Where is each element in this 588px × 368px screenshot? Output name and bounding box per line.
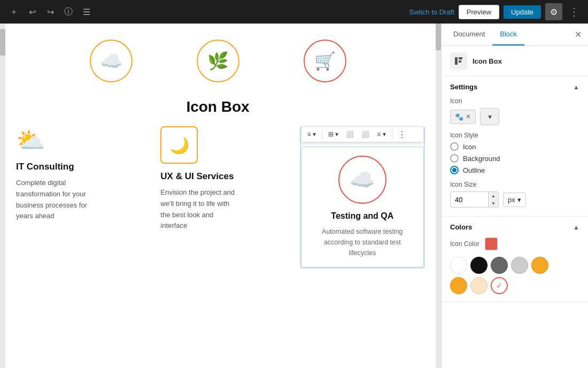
svg-rect-2 (459, 60, 461, 63)
icon-chip[interactable]: 🐾 ✕ (450, 110, 476, 124)
color-gray[interactable] (491, 257, 508, 274)
color-yellow[interactable] (531, 257, 548, 274)
colors-section-title: Colors (450, 223, 472, 231)
icon-leaf-circle[interactable]: 🌿 (197, 40, 239, 82)
size-input-wrap: ▲ ▼ (450, 191, 499, 208)
icon-cart-circle[interactable]: 🛒 (304, 40, 346, 82)
icon-chip-emoji: 🐾 (455, 113, 463, 121)
toolbar-divider-2 (392, 129, 392, 139)
color-orange[interactable] (450, 277, 467, 294)
main-layout: ☁️ 🌿 🛒 Icon Box ⛅ IT Consulting Com (0, 24, 588, 368)
preview-button[interactable]: Preview (459, 5, 499, 19)
testing-qa-card-selected[interactable]: ≡ ▾ ⊞ ▾ ⬜ ⬜ ≡ ▾ ⋮ ☁️ Testing and QA (300, 126, 425, 269)
icon-size-row: ▲ ▼ px ▾ (442, 191, 588, 216)
size-unit-select[interactable]: px ▾ (503, 193, 526, 207)
cloud-icon: ☁️ (100, 50, 122, 72)
icon-chip-remove-button[interactable]: ✕ (466, 113, 471, 120)
left-scrollbar[interactable] (0, 24, 5, 368)
icon-cloud-circle[interactable]: ☁️ (90, 40, 133, 82)
canvas-scroll[interactable]: ☁️ 🌿 🛒 Icon Box ⛅ IT Consulting Com (0, 24, 441, 368)
icon-size-label: Icon Size (442, 181, 588, 191)
ux-text-line2: we'll bring it to life with (160, 200, 229, 208)
settings-button[interactable]: ⚙ (545, 3, 562, 20)
ux-ui-title: UX & UI Services (160, 171, 283, 182)
topbar-left: ＋ ↩ ↪ ⓘ ☰ (6, 4, 94, 19)
settings-section-header[interactable]: Settings ▲ (442, 76, 588, 97)
update-button[interactable]: Update (504, 5, 541, 19)
toolbar-more-button[interactable]: ⋮ (396, 129, 408, 140)
color-white[interactable] (450, 257, 467, 274)
size-unit-chevron-icon: ▾ (517, 196, 521, 204)
add-block-button[interactable]: ＋ (6, 4, 21, 19)
colors-section: Colors ▲ Icon Color (442, 217, 588, 302)
radio-icon[interactable]: Icon (450, 142, 579, 151)
color-peach[interactable] (470, 277, 488, 294)
spinner-up-button[interactable]: ▲ (489, 192, 498, 200)
radio-background-label: Background (463, 155, 500, 163)
left-scroll-thumb[interactable] (0, 29, 5, 56)
icon-color-label: Icon Color (450, 240, 479, 248)
panel-close-button[interactable]: ✕ (572, 27, 584, 42)
redo-button[interactable]: ↪ (43, 4, 58, 19)
switch-draft-button[interactable]: Switch to Draft (409, 8, 454, 16)
icon-size-input[interactable] (451, 193, 488, 206)
size-spinner: ▲ ▼ (488, 192, 498, 207)
panel-block-icon (450, 52, 467, 70)
testing-cloud-icon: ☁️ (350, 168, 375, 191)
tab-document[interactable]: Document (446, 24, 492, 45)
moon-icon: 🌙 (169, 136, 189, 155)
color-selected[interactable] (491, 277, 508, 294)
panel-tabs: Document Block ✕ (442, 24, 588, 46)
panel-block-label: Icon Box (473, 57, 502, 65)
testing-title: Testing and QA (312, 211, 413, 221)
radio-outline-circle (450, 166, 459, 174)
icon-color-row: Icon Color (442, 237, 588, 257)
settings-chevron-icon: ▲ (573, 83, 579, 91)
testing-icon-circle: ☁️ (338, 156, 386, 204)
settings-section-title: Settings (450, 83, 477, 91)
sun-cloud-icon: ⛅ (16, 126, 139, 154)
text-align-button[interactable]: ≡ ▾ (374, 129, 388, 140)
icon-field-row: 🐾 ✕ ▾ (442, 108, 588, 132)
colors-section-header[interactable]: Colors ▲ (442, 217, 588, 237)
top-icon-row: ☁️ 🌿 🛒 (11, 40, 425, 82)
more-options-button[interactable]: ⋮ (567, 5, 582, 18)
spinner-down-button[interactable]: ▼ (489, 200, 498, 207)
it-consulting-card[interactable]: ⛅ IT Consulting Complete digital transfo… (11, 126, 144, 222)
align-left-button[interactable]: ⬜ (343, 129, 357, 140)
color-black[interactable] (470, 257, 488, 274)
topbar-right: Switch to Draft Preview Update ⚙ ⋮ (409, 3, 582, 20)
toolbar-divider-1 (322, 129, 322, 139)
panel-body: Icon Box Settings ▲ Icon 🐾 ✕ ▾ (442, 46, 588, 368)
radio-icon-circle (450, 142, 459, 151)
icon-dropdown-button[interactable]: ▾ (480, 108, 499, 125)
radio-outline[interactable]: Outline (450, 166, 579, 174)
settings-section: Settings ▲ Icon 🐾 ✕ ▾ Icon Style (442, 76, 588, 217)
align-center-button[interactable]: ⬜ (359, 129, 372, 140)
radio-icon-label: Icon (463, 143, 476, 151)
tab-block[interactable]: Block (492, 24, 524, 45)
list-view-button[interactable]: ☰ (79, 4, 94, 19)
it-consulting-text: Complete digital transformation for your… (16, 178, 139, 222)
align-button[interactable]: ≡ ▾ (305, 129, 319, 140)
testing-text: Automated software testing according to … (312, 226, 413, 258)
radio-background[interactable]: Background (450, 154, 579, 163)
it-text-line2: transformation for your (16, 190, 86, 198)
columns-button[interactable]: ⊞ ▾ (326, 129, 341, 140)
svg-rect-0 (455, 57, 458, 65)
color-palette (442, 257, 588, 302)
icon-box-title: Icon Box (11, 98, 425, 116)
radio-background-circle (450, 154, 459, 163)
it-text-line1: Complete digital (16, 179, 66, 187)
testing-qa-inner: ☁️ Testing and QA Automated software tes… (301, 147, 424, 267)
info-button[interactable]: ⓘ (61, 4, 76, 19)
radio-outline-dot (452, 168, 457, 172)
icon-color-swatch[interactable] (485, 237, 498, 250)
ux-ui-card[interactable]: 🌙 UX & UI Services Envision the project … (155, 126, 289, 232)
it-text-line3: business processes for (16, 201, 87, 209)
ux-ui-text: Envision the project and we'll bring it … (160, 187, 283, 232)
icon-style-label: Icon Style (442, 132, 588, 142)
undo-button[interactable]: ↩ (25, 4, 40, 19)
size-unit-label: px (508, 196, 515, 204)
color-light-gray[interactable] (511, 257, 528, 274)
